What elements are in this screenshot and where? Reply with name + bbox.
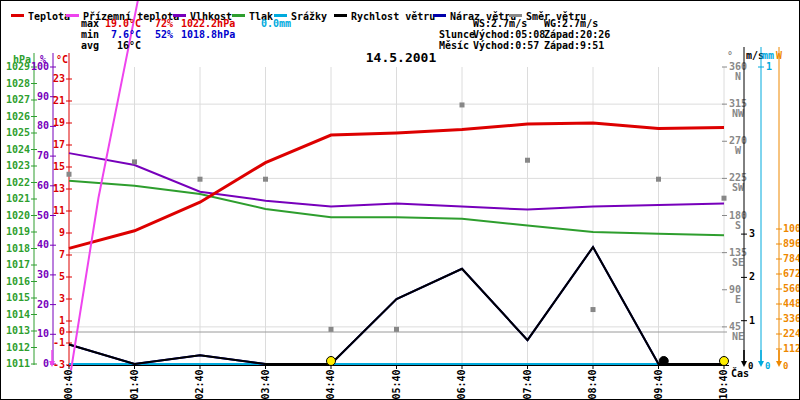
legend-item: Vlhkost — [173, 6, 232, 18]
axis-tick-label: 1018 — [6, 243, 30, 254]
axis-tick-label: 1008 — [783, 223, 799, 234]
axis-tick-label: 1012 — [6, 342, 30, 353]
legend-swatch — [509, 14, 522, 17]
axis-tick-label: 112 — [783, 343, 799, 354]
axis-tick-label: 80 — [37, 120, 49, 131]
axis-tick-label: 1015 — [6, 292, 30, 303]
radiation-axis-title: W — [776, 50, 783, 61]
stats-value: 52% — [143, 29, 173, 40]
stats-value: 7.6°C — [97, 29, 141, 40]
wind-direction-point — [460, 102, 465, 107]
wind-direction-point — [329, 327, 334, 332]
legend-swatch — [11, 14, 24, 17]
legend-swatch — [274, 14, 287, 17]
stats-value: 0.0mm — [261, 18, 301, 29]
weather-meteogram: 1029102810271026102510241023102210211020… — [0, 0, 800, 400]
axis-tick-label: 13 — [53, 183, 65, 194]
axis-tick-label: 1025 — [6, 127, 30, 138]
axis-tick-label: 60 — [37, 180, 49, 191]
stats-value: 16°C — [97, 40, 141, 51]
axis-tick-label: 1016 — [6, 276, 30, 287]
time-tick-label: 07:40 — [521, 368, 532, 400]
axis-tick-label: 5 — [59, 271, 65, 282]
radiation-now-indicator — [776, 361, 782, 367]
axis-tick-label: 9 — [59, 227, 65, 238]
legend-swatch — [334, 14, 347, 17]
axis-tick-label: 1 — [59, 315, 65, 326]
legend-swatch — [66, 14, 79, 17]
compass-label: NW — [732, 108, 745, 119]
axis-tick-label: 672 — [783, 268, 799, 279]
axis-tick-label: 784 — [783, 253, 799, 264]
axis-tick-label: 2 — [749, 271, 755, 282]
axis-tick-label: 224 — [783, 328, 799, 339]
stats-value: 1022.2hPa — [181, 18, 241, 29]
axis-tick-label: 1 — [766, 61, 772, 72]
wind-direction-point — [394, 327, 399, 332]
legend-swatch — [232, 14, 245, 17]
compass-label: W — [735, 145, 742, 156]
precip-now-indicator-value: 0 — [765, 361, 770, 371]
time-tick-label: 05:40 — [390, 368, 401, 400]
axis-tick-label: 70 — [37, 150, 49, 161]
axis-tick-label: 1027 — [6, 94, 30, 105]
axis-tick-label: 1020 — [6, 210, 30, 221]
wind-speed-stat: WS:2.7m/s — [473, 18, 527, 29]
axis-tick-label: 15 — [53, 161, 65, 172]
precip-axis-title: mm — [762, 50, 774, 61]
precip-now-indicator — [758, 361, 764, 367]
time-tick-label: 08:40 — [587, 368, 598, 400]
axis-tick-label: 50 — [37, 210, 49, 221]
axis-tick-label: 1024 — [6, 144, 30, 155]
sunset-time: Západ:20:26 — [544, 29, 610, 40]
axis-tick-label: 7 — [59, 249, 65, 260]
sun-label: Slunce — [439, 29, 475, 40]
axis-tick-label: 23 — [53, 73, 65, 84]
axis-tick-label: 1026 — [6, 111, 30, 122]
wind-direction-point — [525, 158, 530, 163]
axis-tick-label: 3 — [59, 293, 65, 304]
time-tick-label: 00:40 — [63, 368, 74, 400]
axis-tick-label: 896 — [783, 238, 799, 249]
pressure-axis-title: hPa — [13, 54, 31, 65]
axis-tick-label: 1028 — [6, 78, 30, 89]
compass-label: SW — [732, 182, 745, 193]
humidity-axis-title: % — [40, 54, 46, 65]
chart-title: 14.5.2001 — [331, 50, 471, 65]
axis-tick-label: 1014 — [6, 309, 30, 320]
time-tick-label: 02:40 — [194, 368, 205, 400]
axis-tick-label: 1013 — [6, 325, 30, 336]
axis-tick-label: 560 — [783, 283, 799, 294]
compass-label: N — [735, 71, 741, 82]
time-tick-label: 09:40 — [652, 368, 663, 400]
wind-direction-point — [67, 172, 72, 177]
time-axis-caption: Čas — [731, 368, 749, 379]
time-tick-label: 03:40 — [259, 368, 270, 400]
compass-label: NE — [732, 331, 744, 342]
wind-gust-stat: WG:2.7m/s — [544, 18, 598, 29]
axis-tick-label: 1023 — [6, 160, 30, 171]
direction-axis-title: ° — [727, 50, 733, 61]
compass-label: SE — [732, 257, 744, 268]
axis-tick-label: 1019 — [6, 226, 30, 237]
moonrise-time: Východ:0:57 — [473, 40, 539, 51]
legend-label: Teplota — [28, 11, 70, 22]
compass-label: E — [735, 294, 741, 305]
axis-tick-label: 1022 — [6, 177, 30, 188]
legend-item: Přízemní teplota — [66, 6, 179, 18]
axis-tick-label: 17 — [53, 139, 65, 150]
axis-tick-label: 10 — [37, 328, 49, 339]
axis-tick-label: -1 — [53, 337, 65, 348]
axis-tick-label: 1021 — [6, 193, 30, 204]
wind-direction-point — [656, 177, 661, 182]
axis-tick-label: 11 — [53, 205, 65, 216]
wind-direction-point — [198, 177, 203, 182]
wind-direction-point — [591, 307, 596, 312]
temperature-axis-title: °C — [56, 54, 68, 65]
legend-label: Rychlost větru — [351, 11, 435, 22]
wind-now-indicator — [741, 361, 747, 367]
axis-tick-label: 1 — [749, 315, 755, 326]
axis-tick-label: 0 — [43, 358, 49, 369]
axis-tick-label: 1017 — [6, 259, 30, 270]
axis-tick-label: 3 — [749, 228, 755, 239]
